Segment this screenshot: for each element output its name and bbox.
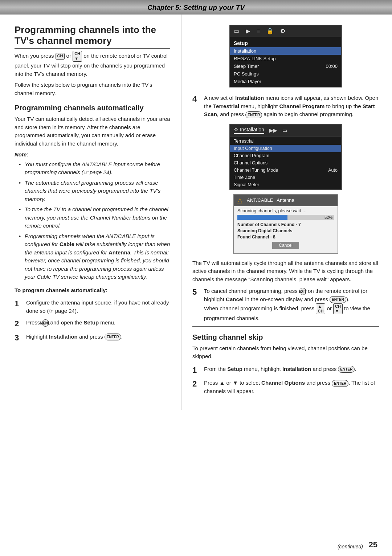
left-column: Programming channels into the TV's chann…: [0, 15, 181, 410]
step-number: 2: [15, 319, 24, 329]
page-number: 25: [369, 540, 377, 549]
installation-icon2: ▶▶: [269, 127, 277, 133]
bullet-item: The automatic channel programming proces…: [18, 179, 170, 204]
step-2: 2 Press MENU and open the Setup menu.: [15, 319, 170, 329]
tv-row: Media Player: [230, 78, 341, 85]
intro-paragraph-2: Follow the steps below to program channe…: [15, 81, 170, 97]
step-text: Configure the antenna input source, if y…: [26, 299, 170, 315]
step-text: Press ▲ or ▼ to select Channel Options a…: [204, 379, 379, 395]
continued-text: (continued): [338, 544, 363, 549]
tv-setup-screen: ▭ ▶ ≡ 🔒 ⚙ Setup Installation REGZA-LINK …: [229, 25, 342, 87]
installation-screen: ⚙ Installation ▶▶ ▭ Terrestrial Input Co…: [229, 124, 342, 190]
install-row: Channel Program: [230, 152, 341, 159]
step-number: 3: [15, 333, 24, 343]
ch-up-icon: ▲CH: [316, 303, 325, 314]
ch-down-button-icon: CH▼: [73, 51, 82, 62]
speaker-icon: ▶: [246, 28, 250, 34]
scan-info-row: Number of Channels Found - 7: [237, 222, 334, 227]
scan-info-row: Scanning Digital Channels: [237, 228, 334, 233]
step-number: 2: [192, 379, 202, 389]
tv-row: Sleep Timer00:00: [230, 62, 341, 70]
scan-info-row: Found Channel - 8: [237, 234, 334, 240]
tv-row-value: 00:00: [326, 64, 338, 69]
intro-paragraph-1: When you press CH or CH▼ on the remote c…: [15, 51, 170, 78]
skip-intro: To prevent certain channels from being v…: [192, 344, 379, 361]
skip-step-2: 2 Press ▲ or ▼ to select Channel Options…: [192, 379, 379, 395]
bullet-item: You must configure the ANT/CABLE input s…: [18, 160, 170, 177]
gear-icon: ⚙: [280, 28, 285, 34]
enter-button-icon: ENTER: [332, 380, 348, 387]
tv-row: Installation: [230, 47, 341, 55]
install-icon-bar: ⚙ Installation ▶▶ ▭: [230, 124, 341, 136]
setting-skip-title: Setting channel skip: [192, 333, 379, 342]
step-text: From the Setup menu, highlight Installat…: [204, 365, 379, 373]
tv-row: PC Settings: [230, 70, 341, 78]
scan-progress-text: 52%: [324, 215, 332, 220]
step-text: A new set of Installation menu icons wil…: [204, 94, 379, 119]
scan-header-text: ANT/CABLE Antenna: [247, 197, 294, 203]
scan-dialog-header: △ ANT/CABLE Antenna: [234, 195, 338, 206]
divider: [192, 326, 379, 327]
steps-list: 1 Configure the antenna input source, if…: [15, 299, 170, 343]
step-3: 3 Highlight Installation and press ENTER…: [15, 333, 170, 343]
ch-down-icon: CH▼: [333, 303, 343, 314]
chapter-title: Chapter 5: Setting up your TV: [147, 4, 245, 11]
install-row: Channel Tuning ModeAuto: [230, 167, 341, 174]
bullet-item: Programming channels when the ANT/CABLE …: [18, 232, 170, 281]
step-number: 1: [15, 299, 24, 309]
step-number: 4: [192, 94, 202, 105]
content-wrapper: Programming channels into the TV's chann…: [0, 15, 392, 410]
install-row: Terrestrial: [230, 138, 341, 145]
tv-row: Setup: [230, 38, 341, 47]
tv-menu-rows: Setup Installation REGZA-LINK Setup Slee…: [230, 37, 341, 87]
scan-dialog-body: Scanning channels, please wait … 52% Num…: [234, 206, 338, 253]
lock-icon: 🔒: [266, 28, 274, 34]
step-number: 1: [192, 365, 202, 376]
scan-progress-fill: [237, 215, 287, 220]
ch-button-icon: CH: [56, 53, 65, 59]
step-text: Highlight Installation and press ENTER.: [26, 333, 170, 341]
monitor-icon: ▭: [234, 28, 239, 34]
step-number: 5: [192, 287, 202, 298]
scan-progress-bar: 52%: [237, 215, 334, 220]
right-column: ▭ ▶ ≡ 🔒 ⚙ Setup Installation REGZA-LINK …: [181, 15, 392, 410]
installation-icon3: ▭: [282, 127, 287, 133]
tv-icon-bar: ▭ ▶ ≡ 🔒 ⚙: [230, 25, 341, 37]
warning-icon: △: [237, 196, 242, 204]
menu-button-icon: MENU: [42, 319, 49, 327]
page-header: Chapter 5: Setting up your TV: [0, 0, 392, 15]
bullet-item: To tune the TV to a channel not programm…: [18, 205, 170, 230]
install-row-value: Auto: [328, 168, 338, 173]
install-menu-rows: Terrestrial Input Configuration Channel …: [230, 136, 341, 189]
step-text: To cancel channel programming, press EXI…: [204, 287, 379, 323]
enter-button-icon: ENTER: [245, 111, 262, 118]
note-label: Note:: [15, 151, 170, 159]
tv-row: REGZA-LINK Setup: [230, 55, 341, 62]
scan-status-text: Scanning channels, please wait …: [237, 208, 334, 213]
scan-cancel-button[interactable]: Cancel: [272, 242, 299, 249]
scan-dialog: △ ANT/CABLE Antenna Scanning channels, p…: [233, 194, 338, 254]
enter-button-icon: ENTER: [105, 334, 121, 340]
step-1: 1 Configure the antenna input source, if…: [15, 299, 170, 315]
enter-button-icon: ENTER: [330, 296, 346, 303]
skip-steps: 1 From the Setup menu, highlight Install…: [192, 365, 379, 396]
note-bullets: You must configure the ANT/CABLE input s…: [15, 160, 170, 281]
step-5: 5 To cancel channel programming, press E…: [192, 287, 379, 323]
install-row: Channel Options: [230, 159, 341, 167]
main-section-title: Programming channels into the TV's chann…: [15, 25, 170, 49]
settings-icon: ≡: [257, 28, 260, 34]
auto-paragraph-1: Your TV can automatically detect all act…: [15, 115, 170, 148]
cycle-text: The TV will automatically cycle through …: [192, 259, 379, 284]
install-row: Time Zone: [230, 174, 341, 181]
to-program-label: To program channels automatically:: [15, 286, 170, 295]
subsection-title-auto: Programming channels automatically: [15, 104, 170, 112]
install-row: Signal Meter: [230, 181, 341, 188]
installation-gear-icon: ⚙ Installation: [234, 127, 264, 134]
exit-button-icon: EXIT: [299, 288, 306, 295]
skip-step-1: 1 From the Setup menu, highlight Install…: [192, 365, 379, 376]
step-text: Press MENU and open the Setup menu.: [26, 319, 170, 327]
install-row: Input Configuration: [230, 145, 341, 152]
enter-button-icon: ENTER: [338, 366, 355, 373]
step-4: 4 A new set of Installation menu icons w…: [192, 94, 379, 119]
